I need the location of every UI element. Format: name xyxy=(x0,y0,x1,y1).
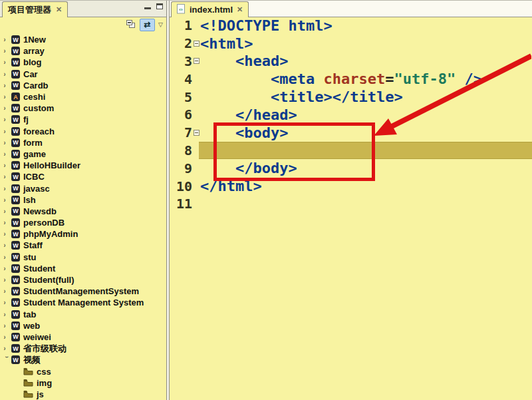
project-item-custom[interactable]: ›Wcustom xyxy=(0,102,166,114)
code-line-7[interactable]: 7<body> xyxy=(170,124,532,142)
code-line-8[interactable]: 8 xyxy=(170,142,532,160)
project-explorer-panel: 项目管理器 ✕ ⇄ ▽ ›W1New›Warray›Wblog›WCar›WCa… xyxy=(0,1,167,400)
tree-item-label: foreach xyxy=(23,126,55,136)
code-line-5[interactable]: 5<title></title> xyxy=(170,88,532,106)
minimize-icon[interactable] xyxy=(144,3,151,9)
tab-index-html[interactable]: ‹› index.html ✕ xyxy=(171,1,249,17)
code-line-1[interactable]: 1<!DOCTYPE html> xyxy=(170,17,532,35)
project-item-studentmanagementsystem[interactable]: ›WStudentManagementSystem xyxy=(0,286,166,297)
chevron-collapsed-icon[interactable]: › xyxy=(4,59,11,67)
project-item-weiwei[interactable]: ›Wweiwei xyxy=(0,331,166,343)
project-item-fj[interactable]: ›Wfj xyxy=(0,114,166,125)
project-item-cardb[interactable]: ›WCardb xyxy=(0,80,166,91)
code-line-3[interactable]: 3<head> xyxy=(170,53,532,71)
fold-toggle-icon[interactable] xyxy=(192,130,200,136)
tree-item-js[interactable]: js xyxy=(0,389,166,400)
tree-item-img[interactable]: img xyxy=(0,377,166,389)
project-item-省市级联动[interactable]: ›W省市级联动 xyxy=(0,343,166,354)
chevron-collapsed-icon[interactable]: › xyxy=(4,230,11,238)
chevron-collapsed-icon[interactable]: › xyxy=(4,104,11,112)
chevron-collapsed-icon[interactable]: › xyxy=(4,333,11,341)
chevron-collapsed-icon[interactable]: › xyxy=(4,242,11,250)
tree-item-label: StudentManagementSystem xyxy=(23,286,139,296)
web-project-icon: W xyxy=(11,241,20,250)
chevron-collapsed-icon[interactable]: › xyxy=(4,345,11,353)
project-item-javasc[interactable]: ›Wjavasc xyxy=(0,182,166,194)
project-item-persondb[interactable]: ›WpersonDB xyxy=(0,217,166,228)
project-item-foreach[interactable]: ›Wforeach xyxy=(0,126,166,137)
project-item-form[interactable]: ›Wform xyxy=(0,137,166,148)
code-line-4[interactable]: 4<meta charset="utf-8" /> xyxy=(170,70,532,88)
tree-item-css[interactable]: css xyxy=(0,365,166,377)
project-item-视频[interactable]: ›W视频 xyxy=(0,354,166,365)
project-item-icbc[interactable]: ›WICBC xyxy=(0,171,166,182)
tree-item-label: css xyxy=(37,367,51,377)
code-text: </html> xyxy=(200,178,262,194)
project-item-staff[interactable]: ›WStaff xyxy=(0,240,166,251)
code-line-6[interactable]: 6</head> xyxy=(170,106,532,124)
link-with-editor-button[interactable]: ⇄ xyxy=(140,19,155,31)
project-item-student-full-[interactable]: ›WStudent(full) xyxy=(0,274,166,286)
code-line-9[interactable]: 9</body> xyxy=(170,159,532,177)
tab-project-manager[interactable]: 项目管理器 ✕ xyxy=(2,1,68,17)
project-item-ceshi[interactable]: ›Aceshi xyxy=(0,91,166,102)
chevron-collapsed-icon[interactable]: › xyxy=(4,276,11,284)
chevron-collapsed-icon[interactable]: › xyxy=(4,264,11,272)
chevron-collapsed-icon[interactable]: › xyxy=(4,162,11,170)
chevron-collapsed-icon[interactable]: › xyxy=(4,81,11,89)
chevron-collapsed-icon[interactable]: › xyxy=(4,253,11,261)
html-file-icon: ‹› xyxy=(177,4,186,16)
project-item-web[interactable]: ›Wweb xyxy=(0,320,166,331)
chevron-collapsed-icon[interactable]: › xyxy=(4,93,11,100)
project-item-hellohbuilder[interactable]: ›WHelloHBuilder xyxy=(0,160,166,171)
chevron-collapsed-icon[interactable]: › xyxy=(4,70,11,78)
project-item-student-management-system[interactable]: ›WStudent Management System xyxy=(0,297,166,308)
chevron-collapsed-icon[interactable]: › xyxy=(4,173,11,181)
chevron-collapsed-icon[interactable]: › xyxy=(4,47,11,55)
chevron-collapsed-icon[interactable]: › xyxy=(4,150,11,158)
project-item-game[interactable]: ›Wgame xyxy=(0,148,166,160)
chevron-collapsed-icon[interactable]: › xyxy=(4,196,11,204)
code-line-11[interactable]: 11 xyxy=(170,195,532,213)
maximize-icon[interactable] xyxy=(156,3,163,9)
close-icon[interactable]: ✕ xyxy=(237,5,243,14)
project-item-phpmyadmin[interactable]: ›WphpMyAdmin xyxy=(0,228,166,240)
project-item-1new[interactable]: ›W1New xyxy=(0,34,166,45)
code-text: <body> xyxy=(200,124,288,141)
project-item-newsdb[interactable]: ›WNewsdb xyxy=(0,206,166,217)
chevron-collapsed-icon[interactable]: › xyxy=(4,184,11,192)
chevron-collapsed-icon[interactable]: › xyxy=(4,116,11,124)
chevron-collapsed-icon[interactable]: › xyxy=(4,299,11,307)
web-project-icon: W xyxy=(11,321,20,330)
collapse-all-icon[interactable] xyxy=(126,20,136,29)
chevron-collapsed-icon[interactable]: › xyxy=(4,288,11,296)
chevron-expanded-icon[interactable]: › xyxy=(3,356,11,363)
code-text: <title></title> xyxy=(200,89,403,105)
fold-toggle-icon[interactable] xyxy=(192,58,200,64)
code-line-2[interactable]: 2<html> xyxy=(170,35,532,53)
tree-item-label: Student(full) xyxy=(23,275,74,285)
chevron-collapsed-icon[interactable]: › xyxy=(4,127,11,135)
view-menu-chevron-icon[interactable]: ▽ xyxy=(158,22,163,28)
project-item-car[interactable]: ›WCar xyxy=(0,69,166,80)
project-item-array[interactable]: ›Warray xyxy=(0,45,166,57)
web-project-icon: W xyxy=(11,35,20,44)
chevron-collapsed-icon[interactable]: › xyxy=(4,219,11,227)
project-item-blog[interactable]: ›Wblog xyxy=(0,57,166,68)
tree-item-label: ceshi xyxy=(23,92,45,102)
chevron-collapsed-icon[interactable]: › xyxy=(4,207,11,215)
close-icon[interactable]: ✕ xyxy=(56,5,62,14)
fold-toggle-icon[interactable] xyxy=(192,41,200,47)
project-item-student[interactable]: ›WStudent xyxy=(0,263,166,274)
project-item-tab[interactable]: ›Wtab xyxy=(0,309,166,320)
code-editor[interactable]: 1<!DOCTYPE html>2<html>3<head>4<meta cha… xyxy=(170,17,532,400)
tree-item-label: stu xyxy=(23,252,37,262)
chevron-collapsed-icon[interactable]: › xyxy=(4,310,11,318)
project-item-stu[interactable]: ›Wstu xyxy=(0,252,166,263)
chevron-collapsed-icon[interactable]: › xyxy=(4,36,11,44)
chevron-collapsed-icon[interactable]: › xyxy=(4,138,11,146)
code-line-10[interactable]: 10</html> xyxy=(170,177,532,195)
web-project-icon: W xyxy=(11,196,20,204)
chevron-collapsed-icon[interactable]: › xyxy=(4,321,11,329)
project-item-lsh[interactable]: ›Wlsh xyxy=(0,194,166,206)
